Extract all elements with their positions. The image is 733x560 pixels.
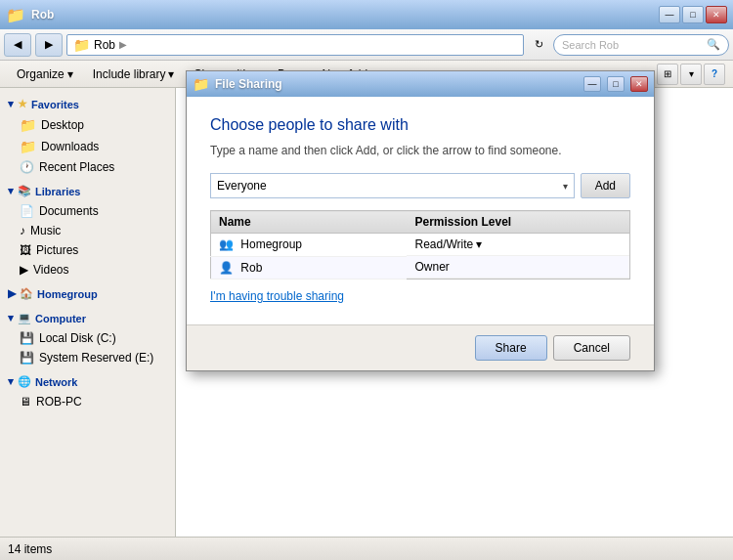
- back-button[interactable]: ◀: [4, 33, 31, 57]
- window-icon: 📁: [6, 6, 25, 24]
- computer-icon: 💻: [18, 312, 31, 324]
- dialog-title: File Sharing: [215, 77, 578, 91]
- dialog-close-button[interactable]: ✕: [630, 76, 648, 92]
- sidebar-item-recent-places[interactable]: 🕐 Recent Places: [0, 157, 175, 177]
- permission-value: Owner: [414, 260, 449, 274]
- forward-button[interactable]: ▶: [35, 33, 63, 57]
- organize-dropdown-icon: ▾: [67, 67, 73, 81]
- table-row: 👥 Homegroup Read/Write ▾: [211, 234, 630, 257]
- dialog-title-bar: 📁 File Sharing — □ ✕: [187, 71, 654, 97]
- homegroup-header[interactable]: ▶ 🏠 Homegroup: [0, 283, 175, 304]
- network-section: ▾ 🌐 Network 🖥 ROB-PC: [0, 371, 175, 411]
- main-window: 📁 Rob — □ ✕ ◀ ▶ 📁 Rob ▶ ↻ Search Rob 🔍 O…: [0, 0, 733, 560]
- name-cell: 👤 Rob: [211, 256, 408, 280]
- favorites-section: ▾ ★ Favorites 📁 Desktop 📁 Downloads 🕐 Re…: [0, 94, 175, 177]
- view-dropdown-button[interactable]: ▾: [680, 64, 702, 85]
- organize-button[interactable]: Organize ▾: [8, 64, 82, 85]
- sidebar-item-downloads[interactable]: 📁 Downloads: [0, 136, 175, 157]
- file-sharing-dialog: 📁 File Sharing — □ ✕ Choose people to sh…: [186, 70, 655, 371]
- close-button[interactable]: ✕: [706, 6, 727, 23]
- include-library-button[interactable]: Include library ▾: [84, 64, 184, 85]
- group-icon: 👥: [219, 237, 234, 251]
- sidebar-item-music[interactable]: ♪ Music: [0, 221, 175, 240]
- libraries-icon: 📚: [18, 185, 31, 197]
- homegroup-icon: 🏠: [20, 287, 33, 300]
- window-title: Rob: [31, 8, 54, 22]
- libraries-expand-icon: ▾: [8, 185, 14, 197]
- dropdown-arrow-icon: ▾: [563, 181, 568, 192]
- network-expand-icon: ▾: [8, 375, 14, 388]
- status-bar: 14 items: [0, 537, 733, 560]
- recent-places-icon: 🕐: [20, 160, 34, 174]
- permission-cell: Read/Write ▾: [407, 234, 629, 256]
- user-icon: 👤: [219, 261, 234, 275]
- music-icon: ♪: [20, 224, 25, 237]
- dialog-icon: 📁: [193, 76, 209, 92]
- search-icon: 🔍: [707, 38, 720, 51]
- permission-cell: Owner: [407, 256, 629, 279]
- minimize-button[interactable]: —: [659, 6, 680, 23]
- sidebar: ▾ ★ Favorites 📁 Desktop 📁 Downloads 🕐 Re…: [0, 88, 176, 537]
- documents-icon: 📄: [20, 204, 34, 218]
- network-header[interactable]: ▾ 🌐 Network: [0, 371, 175, 392]
- network-icon: 🌐: [18, 375, 31, 388]
- name-cell: 👥 Homegroup: [211, 234, 408, 257]
- share-table: Name Permission Level 👥 Homegroup Read/W…: [210, 210, 630, 280]
- address-path: Rob: [94, 38, 115, 52]
- dialog-footer: Share Cancel: [187, 324, 654, 370]
- downloads-icon: 📁: [20, 139, 36, 154]
- item-count: 14 items: [8, 542, 52, 556]
- title-bar-controls: — □ ✕: [659, 6, 727, 23]
- system-reserved-icon: 💾: [20, 351, 34, 365]
- cancel-button[interactable]: Cancel: [553, 335, 630, 361]
- pictures-icon: 🖼: [20, 243, 31, 257]
- videos-icon: ▶: [20, 263, 28, 277]
- sidebar-item-local-disk[interactable]: 💾 Local Disk (C:): [0, 328, 175, 348]
- title-bar: 📁 Rob — □ ✕: [0, 0, 733, 29]
- share-input-row: Everyone ▾ Add: [210, 173, 630, 198]
- search-bar[interactable]: Search Rob 🔍: [553, 34, 729, 56]
- sidebar-item-desktop[interactable]: 📁 Desktop: [0, 114, 175, 136]
- rob-pc-icon: 🖥: [20, 395, 31, 409]
- sidebar-item-videos[interactable]: ▶ Videos: [0, 260, 175, 280]
- libraries-section: ▾ 📚 Libraries 📄 Documents ♪ Music 🖼 Pict…: [0, 181, 175, 280]
- trouble-link[interactable]: I'm having trouble sharing: [210, 289, 630, 303]
- view-toggle-button[interactable]: ⊞: [657, 64, 678, 85]
- help-button[interactable]: ?: [704, 64, 725, 85]
- dialog-heading: Choose people to share with: [210, 116, 630, 134]
- sidebar-item-pictures[interactable]: 🖼 Pictures: [0, 240, 175, 260]
- favorites-label: ★: [18, 98, 27, 110]
- libraries-header[interactable]: ▾ 📚 Libraries: [0, 181, 175, 201]
- sidebar-item-documents[interactable]: 📄 Documents: [0, 201, 175, 221]
- share-button[interactable]: Share: [475, 335, 547, 361]
- favorites-expand-icon: ▾: [8, 98, 14, 110]
- desktop-icon: 📁: [20, 117, 36, 133]
- dialog-subtitle: Type a name and then click Add, or click…: [210, 144, 630, 157]
- row-name: Rob: [240, 261, 262, 275]
- address-field[interactable]: 📁 Rob ▶: [66, 34, 524, 56]
- add-button[interactable]: Add: [581, 173, 630, 198]
- favorites-header[interactable]: ▾ ★ Favorites: [0, 94, 175, 114]
- row-name: Homegroup: [240, 237, 302, 251]
- dialog-minimize-button[interactable]: —: [583, 76, 601, 92]
- permission-dropdown-icon[interactable]: ▾: [476, 237, 482, 251]
- homegroup-expand-icon: ▶: [8, 287, 16, 300]
- dialog-maximize-button[interactable]: □: [607, 76, 625, 92]
- include-library-dropdown-icon: ▾: [168, 67, 174, 81]
- table-row: 👤 Rob Owner: [211, 256, 630, 280]
- computer-header[interactable]: ▾ 💻 Computer: [0, 308, 175, 328]
- computer-expand-icon: ▾: [8, 312, 14, 324]
- sidebar-item-rob-pc[interactable]: 🖥 ROB-PC: [0, 392, 175, 411]
- search-placeholder: Search Rob: [562, 39, 619, 51]
- view-controls: ⊞ ▾ ?: [657, 64, 725, 85]
- sidebar-item-system-reserved[interactable]: 💾 System Reserved (E:): [0, 348, 175, 367]
- col-permission-header: Permission Level: [407, 211, 629, 234]
- computer-section: ▾ 💻 Computer 💾 Local Disk (C:) 💾 System …: [0, 308, 175, 367]
- share-dropdown[interactable]: Everyone ▾: [210, 173, 575, 198]
- maximize-button[interactable]: □: [682, 6, 704, 23]
- local-disk-icon: 💾: [20, 331, 34, 345]
- address-bar: ◀ ▶ 📁 Rob ▶ ↻ Search Rob 🔍: [0, 29, 733, 61]
- col-name-header: Name: [211, 211, 408, 234]
- refresh-button[interactable]: ↻: [528, 34, 549, 56]
- homegroup-section: ▶ 🏠 Homegroup: [0, 283, 175, 304]
